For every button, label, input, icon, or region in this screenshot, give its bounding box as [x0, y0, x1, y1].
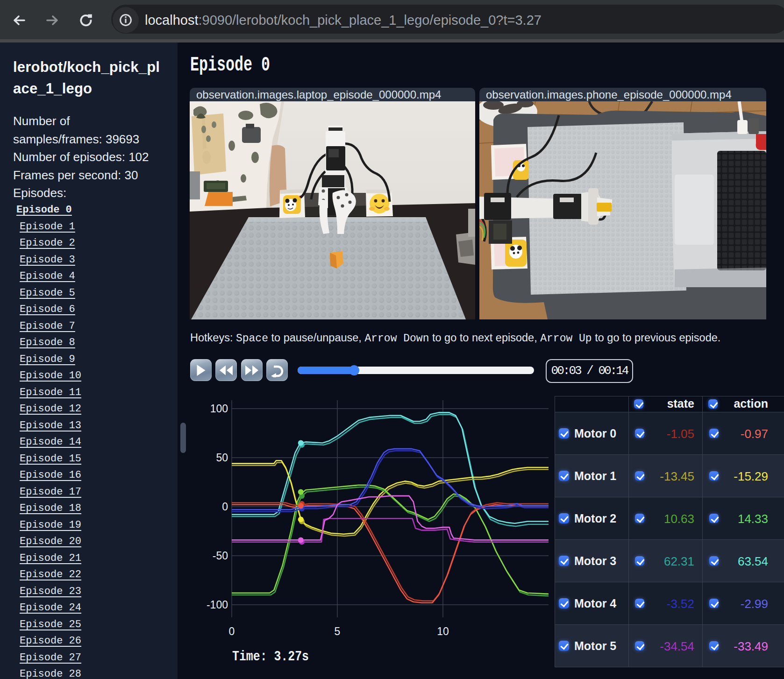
- svg-text:Time: 3.27s: Time: 3.27s: [232, 649, 309, 665]
- svg-text:0: 0: [222, 501, 228, 513]
- svg-text:0: 0: [229, 625, 235, 637]
- svg-text:-100: -100: [207, 599, 228, 611]
- svg-text:-50: -50: [213, 550, 228, 562]
- svg-text:10: 10: [437, 625, 449, 637]
- svg-text:100: 100: [210, 403, 228, 415]
- svg-text:50: 50: [216, 452, 228, 464]
- svg-text:5: 5: [335, 625, 341, 637]
